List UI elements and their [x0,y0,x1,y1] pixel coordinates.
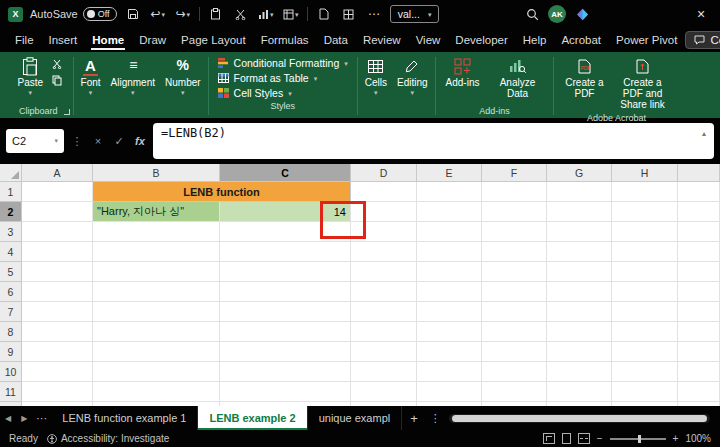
cell[interactable] [93,362,220,382]
conditional-formatting-button[interactable]: Conditional Formatting ▾ [214,56,352,70]
col-header-partial[interactable] [678,164,720,182]
cell[interactable] [22,222,93,242]
cell[interactable] [678,302,720,322]
cell[interactable] [678,362,720,382]
autosave-control[interactable]: AutoSave Off [30,7,117,21]
cell[interactable] [220,302,351,322]
cell[interactable] [678,222,720,242]
cell[interactable] [417,202,482,222]
row-header-10[interactable]: 10 [0,362,22,382]
menu-tab-data[interactable]: Data [317,30,355,50]
cell[interactable] [678,242,720,262]
cell[interactable] [417,362,482,382]
cell[interactable] [22,322,93,342]
cell[interactable] [351,322,417,342]
cell[interactable] [22,282,93,302]
menu-tab-developer[interactable]: Developer [448,30,514,50]
cell[interactable] [22,362,93,382]
cell[interactable] [220,382,351,402]
cell[interactable] [220,282,351,302]
cell[interactable] [351,402,417,406]
cell[interactable] [612,402,678,406]
cell[interactable] [678,282,720,302]
row-header-12[interactable]: 12 [0,402,22,406]
col-header-H[interactable]: H [612,164,678,182]
cell[interactable] [678,182,720,202]
cell[interactable] [612,182,678,202]
cell[interactable] [612,242,678,262]
cell[interactable] [482,282,547,302]
table-button[interactable]: ▾ [282,4,300,24]
cell[interactable] [547,342,612,362]
cell[interactable] [482,382,547,402]
page-layout-view-icon[interactable] [562,433,571,444]
alignment-group-button[interactable]: ≡ Alignment ▾ [106,54,160,118]
cell[interactable] [22,202,93,222]
cell[interactable] [93,302,220,322]
cell[interactable] [482,342,547,362]
cell[interactable] [678,262,720,282]
clipboard-icon[interactable] [207,4,225,24]
cell[interactable] [612,282,678,302]
cell[interactable] [678,402,720,406]
cell[interactable] [547,262,612,282]
cell[interactable] [547,322,612,342]
select-all-corner[interactable] [0,164,22,182]
cell[interactable] [417,262,482,282]
cell[interactable] [93,402,220,406]
cell[interactable] [22,242,93,262]
paste-button[interactable]: Paste ▾ [12,54,48,98]
search-icon[interactable] [523,4,541,24]
cell[interactable] [220,342,351,362]
cell[interactable] [612,342,678,362]
cell[interactable] [482,402,547,406]
collapse-formula-bar-icon[interactable]: ▴ [702,129,706,138]
cell[interactable] [22,402,93,406]
cell[interactable] [417,402,482,406]
cell[interactable] [22,342,93,362]
tab-scroll-right-icon[interactable]: ▶ [16,414,32,423]
save-icon[interactable] [124,4,142,24]
cell[interactable] [93,382,220,402]
cell[interactable] [612,382,678,402]
cell[interactable] [93,242,220,262]
cell[interactable] [482,202,547,222]
accessibility-status[interactable]: Accessibility: Investigate [47,433,169,444]
undo-button[interactable]: ↩▾ [149,4,167,24]
cell[interactable] [612,362,678,382]
tab-options-icon[interactable]: ⋮ [426,412,445,425]
dialog-launcher-icon[interactable] [64,109,70,115]
name-box[interactable]: C2 ▾ [6,129,64,153]
col-header-D[interactable]: D [351,164,417,182]
create-pdf-button[interactable]: PDF Create a PDF [559,54,609,101]
col-header-B[interactable]: B [93,164,220,182]
cell[interactable] [93,282,220,302]
more-commands-icon[interactable]: ⋯ [365,4,383,24]
cell[interactable] [93,222,220,242]
quick-command-dropdown[interactable]: val... ▾ [390,5,440,23]
cell[interactable] [547,362,612,382]
cell[interactable] [547,222,612,242]
more-sheets-icon[interactable]: ⋯ [32,412,51,425]
sheet-tab-unique-example[interactable]: unique exampl [308,406,403,430]
cell[interactable] [220,322,351,342]
cell[interactable] [612,322,678,342]
menu-tab-draw[interactable]: Draw [132,30,173,50]
zoom-slider[interactable] [610,438,666,440]
row-header-4[interactable]: 4 [0,242,22,262]
create-pdf-share-button[interactable]: Create a PDF and Share link [611,54,673,112]
row-header-8[interactable]: 8 [0,322,22,342]
cell[interactable] [220,402,351,406]
cell[interactable] [417,242,482,262]
cell[interactable] [417,302,482,322]
redo-button[interactable]: ↪▾ [174,4,192,24]
editing-group-button[interactable]: Editing ▾ [392,54,433,118]
col-header-C[interactable]: C [220,164,351,182]
menu-tab-home[interactable]: Home [85,30,131,50]
font-group-button[interactable]: A Font ▾ [76,54,106,118]
normal-view-icon[interactable] [543,433,555,444]
cell[interactable] [220,262,351,282]
copilot-icon[interactable] [573,4,591,24]
cell[interactable] [678,382,720,402]
row-header-2[interactable]: 2 [0,202,22,222]
